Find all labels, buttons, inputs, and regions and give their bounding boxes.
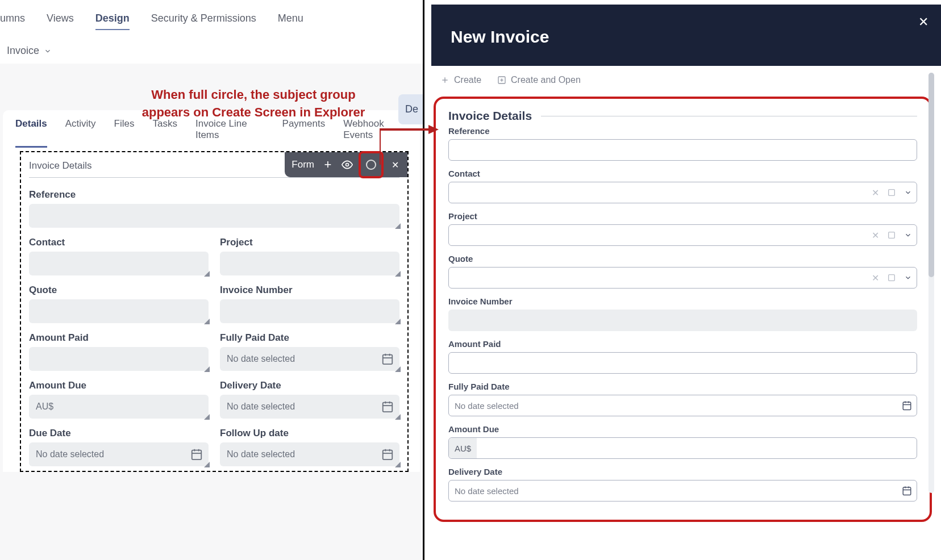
- input-amount-paid[interactable]: [29, 347, 209, 371]
- tab-columns[interactable]: umns: [0, 12, 25, 30]
- clear-icon[interactable]: ✕: [872, 187, 879, 198]
- chevron-down-icon[interactable]: [904, 274, 912, 282]
- calendar-icon[interactable]: [381, 353, 394, 365]
- section-title: Invoice Details: [448, 109, 532, 123]
- annotation-arrow: [380, 124, 440, 165]
- explorer-panel: New Invoice ✕ Create Create and Open Inv…: [424, 0, 941, 560]
- input-fully-paid-date[interactable]: No date selected: [448, 395, 917, 416]
- scrollbar-thumb[interactable]: [928, 73, 934, 277]
- expand-icon[interactable]: [887, 188, 896, 197]
- form-designer-area[interactable]: Form Invoice Details: [20, 151, 409, 472]
- expand-icon[interactable]: [887, 273, 896, 282]
- input-contact[interactable]: ✕: [448, 182, 917, 203]
- new-invoice-header: New Invoice ✕: [431, 5, 941, 66]
- eye-icon[interactable]: [342, 159, 353, 170]
- dtab-payments[interactable]: Payments: [282, 118, 326, 148]
- create-toolbar: Create Create and Open: [424, 66, 941, 94]
- chevron-down-icon[interactable]: [904, 189, 912, 197]
- calendar-icon[interactable]: [902, 486, 912, 496]
- input-contact[interactable]: [29, 252, 209, 275]
- create-and-open-button[interactable]: Create and Open: [497, 75, 581, 85]
- tab-design[interactable]: Design: [95, 12, 130, 30]
- expand-icon[interactable]: [887, 231, 896, 240]
- chevron-down-icon: [44, 47, 52, 55]
- input-delivery-date[interactable]: No date selected: [448, 480, 917, 502]
- label-contact: Contact: [29, 237, 209, 248]
- dtab-tasks[interactable]: Tasks: [153, 118, 177, 148]
- invoice-details-highlight: Invoice Details Reference Contact ✕: [434, 97, 932, 522]
- partial-button[interactable]: De: [398, 94, 423, 124]
- form-toolbar-label: Form: [292, 159, 314, 170]
- create-button[interactable]: Create: [440, 75, 481, 85]
- input-project[interactable]: ✕: [448, 224, 917, 246]
- svg-point-0: [346, 164, 349, 166]
- calendar-icon[interactable]: [902, 400, 912, 411]
- label-due-date: Due Date: [29, 428, 209, 439]
- no-date-text: No date selected: [227, 354, 295, 364]
- svg-rect-9: [192, 450, 202, 460]
- section-underline: [29, 177, 399, 178]
- no-date-text: No date selected: [455, 401, 519, 411]
- create-and-open-label: Create and Open: [511, 75, 581, 85]
- svg-rect-22: [889, 190, 895, 196]
- top-nav-tabs: umns Views Design Security & Permissions…: [0, 0, 423, 38]
- input-quote[interactable]: ✕: [448, 267, 917, 289]
- tab-views[interactable]: Views: [47, 12, 74, 30]
- label-amount-due: Amount Due: [448, 424, 917, 434]
- label-quote: Quote: [448, 254, 917, 264]
- input-due-date[interactable]: No date selected: [29, 442, 209, 466]
- design-panel: umns Views Design Security & Permissions…: [0, 0, 423, 560]
- close-button[interactable]: ✕: [918, 15, 928, 30]
- label-fully-paid-date: Fully Paid Date: [448, 382, 917, 391]
- label-reference: Reference: [29, 189, 399, 200]
- calendar-icon[interactable]: [190, 448, 203, 461]
- calendar-icon[interactable]: [381, 400, 394, 413]
- circle-toggle-icon[interactable]: [365, 159, 377, 170]
- dtab-files[interactable]: Files: [114, 118, 135, 148]
- svg-rect-25: [903, 402, 911, 410]
- label-amount-due: Amount Due: [29, 380, 209, 391]
- clear-icon[interactable]: ✕: [872, 230, 879, 241]
- input-fully-paid-date[interactable]: No date selected: [220, 347, 399, 371]
- label-delivery-date: Delivery Date: [448, 467, 917, 477]
- input-invoice-number: [448, 310, 917, 331]
- label-project: Project: [220, 237, 399, 248]
- create-label: Create: [454, 75, 481, 85]
- input-follow-up-date[interactable]: No date selected: [220, 442, 399, 466]
- label-quote: Quote: [29, 285, 209, 296]
- open-icon: [497, 76, 506, 85]
- input-project[interactable]: [220, 252, 399, 275]
- input-invoice-number[interactable]: [220, 299, 399, 323]
- label-reference: Reference: [448, 126, 917, 136]
- label-fully-paid-date: Fully Paid Date: [220, 332, 399, 344]
- input-reference[interactable]: [448, 139, 917, 161]
- svg-rect-29: [903, 487, 911, 495]
- input-delivery-date[interactable]: No date selected: [220, 395, 399, 419]
- page-title: New Invoice: [451, 27, 922, 47]
- dtab-details[interactable]: Details: [15, 118, 47, 148]
- plus-icon[interactable]: [322, 159, 334, 170]
- no-date-text: No date selected: [227, 449, 295, 459]
- label-follow-up-date: Follow Up date: [220, 428, 399, 439]
- calendar-icon[interactable]: [381, 448, 394, 461]
- no-date-text: No date selected: [36, 449, 104, 459]
- dtab-line-items[interactable]: Invoice Line Items: [195, 118, 264, 148]
- chevron-down-icon[interactable]: [904, 231, 912, 239]
- svg-rect-1: [383, 355, 393, 365]
- input-reference[interactable]: [29, 204, 399, 228]
- invoice-dropdown[interactable]: Invoice: [0, 38, 423, 64]
- tab-menu[interactable]: Menu: [278, 12, 303, 30]
- invoice-dropdown-label: Invoice: [7, 45, 39, 57]
- scrollbar[interactable]: [928, 73, 934, 493]
- input-amount-due[interactable]: AU$: [448, 437, 917, 459]
- input-quote[interactable]: [29, 299, 209, 323]
- clear-icon[interactable]: ✕: [872, 273, 879, 283]
- tab-security[interactable]: Security & Permissions: [151, 12, 256, 30]
- label-amount-paid: Amount Paid: [448, 339, 917, 349]
- dtab-activity[interactable]: Activity: [65, 118, 96, 148]
- au-prefix: AU$: [36, 402, 53, 412]
- input-amount-due[interactable]: AU$: [29, 395, 209, 419]
- input-amount-paid[interactable]: [448, 352, 917, 374]
- currency-prefix: AU$: [449, 438, 477, 458]
- label-amount-paid: Amount Paid: [29, 332, 209, 344]
